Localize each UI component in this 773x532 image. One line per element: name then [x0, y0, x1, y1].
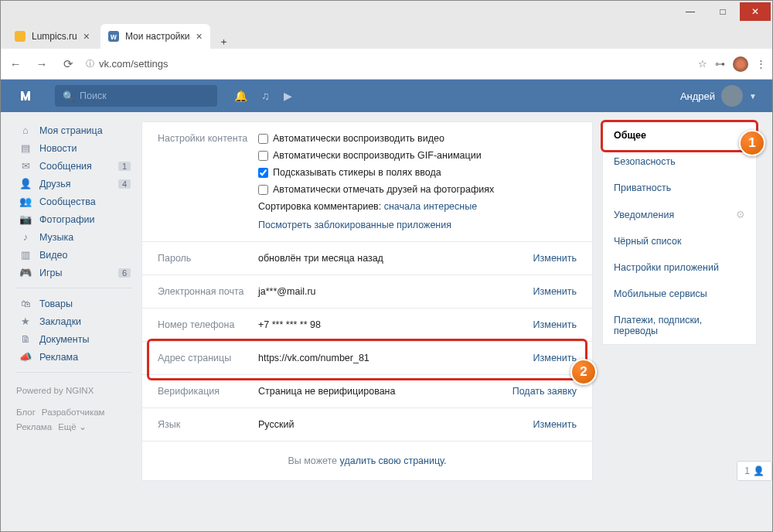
sidebar-badge: 6	[118, 268, 131, 278]
vk-top-header: 🔍 Поиск 🔔 ♫ ▶ Андрей ▼	[1, 80, 772, 112]
checkbox-input[interactable]	[258, 134, 268, 144]
content-checkbox[interactable]: Автоматически воспроизводить GIF-анимаци…	[258, 150, 577, 161]
browser-tab-vk-settings[interactable]: w Мои настройки ×	[100, 24, 210, 49]
settings-nav-label: Безопасность	[614, 156, 676, 167]
messages-icon: ✉	[18, 160, 33, 172]
tab-close-icon[interactable]: ×	[83, 30, 90, 43]
content-checkbox[interactable]: Подсказывать стикеры в полях ввода	[258, 167, 577, 178]
videos-icon: ▥	[18, 249, 33, 261]
site-info-icon[interactable]: ⓘ	[86, 58, 94, 70]
close-button[interactable]: ✕	[740, 2, 771, 21]
maximize-button[interactable]: □	[707, 2, 738, 21]
sidebar-item-communities[interactable]: 👥 Сообщества	[16, 193, 132, 210]
minimize-button[interactable]: —	[675, 2, 706, 21]
bookmarks-icon: ★	[18, 315, 33, 327]
checkbox-input[interactable]	[258, 168, 268, 178]
scroll-top-counter[interactable]: 1 👤	[737, 461, 772, 481]
sidebar-item-messages[interactable]: ✉ Сообщения 1	[16, 157, 132, 175]
sidebar-item-label: Реклама	[39, 352, 78, 363]
settings-nav-item[interactable]: Мобильные сервисы	[603, 281, 756, 307]
row-value: +7 *** *** ** 98	[258, 319, 499, 330]
vk-search-input[interactable]: 🔍 Поиск	[55, 85, 217, 107]
sidebar-item-games[interactable]: 🎮 Игры 6	[16, 264, 132, 281]
settings-nav-item[interactable]: Уведомления⚙	[603, 201, 756, 228]
sidebar-item-news[interactable]: ▤ Новости	[16, 139, 132, 157]
settings-nav-item[interactable]: Безопасность	[603, 148, 756, 175]
row-action-link[interactable]: Изменить	[499, 286, 577, 297]
settings-nav-item[interactable]: Чёрный список	[603, 228, 756, 254]
delete-page-link[interactable]: удалить свою страницу.	[340, 455, 447, 466]
sidebar-item-photos[interactable]: 📷 Фотографии	[16, 210, 132, 228]
settings-nav-label: Настройки приложений	[614, 262, 719, 273]
sidebar-item-videos[interactable]: ▥ Видео	[16, 246, 132, 264]
sidebar-item-label: Музыка	[39, 232, 73, 243]
row-action-link[interactable]: Изменить	[499, 319, 577, 330]
row-action-link[interactable]: Изменить	[499, 353, 577, 363]
profile-avatar-button[interactable]	[733, 56, 748, 72]
docs-icon: 🗎	[18, 333, 33, 345]
footer-link[interactable]: Блог	[16, 405, 36, 419]
new-tab-button[interactable]: ＋	[213, 35, 235, 49]
checkbox-input[interactable]	[258, 151, 268, 161]
counter-value: 1	[744, 466, 750, 476]
music-player-icon[interactable]: ♫	[261, 90, 270, 102]
checkbox-label: Автоматически воспроизводить GIF-анимаци…	[273, 150, 482, 161]
content-checkbox[interactable]: Автоматически воспроизводить видео	[258, 133, 577, 144]
market-icon: 🛍	[18, 298, 33, 309]
user-name: Андрей	[680, 90, 715, 102]
settings-nav-item[interactable]: Приватность	[603, 175, 756, 201]
browser-menu-button[interactable]: ⋮	[756, 58, 766, 70]
tab-close-icon[interactable]: ×	[196, 30, 203, 43]
row-label: Пароль	[158, 253, 258, 264]
browser-tab-lumpics[interactable]: Lumpics.ru ×	[7, 24, 97, 49]
sort-value-link[interactable]: сначала интересные	[384, 201, 477, 212]
settings-row: Верификация Страница не верифицирована П…	[142, 375, 592, 408]
content-checkbox[interactable]: Автоматически отмечать друзей на фотогра…	[258, 184, 577, 195]
sidebar-item-market[interactable]: 🛍 Товары	[16, 295, 132, 312]
settings-main-panel: Настройки контента Автоматически воспрои…	[141, 121, 593, 481]
back-button[interactable]: ←	[7, 56, 24, 73]
chevron-down-icon: ▼	[749, 92, 757, 101]
vk-logo-icon[interactable]	[16, 84, 39, 107]
reload-button[interactable]: ⟳	[60, 56, 77, 73]
sidebar-item-docs[interactable]: 🗎 Документы	[16, 330, 132, 348]
browser-tab-strip: Lumpics.ru × w Мои настройки × ＋	[1, 22, 772, 49]
sidebar-item-ads[interactable]: 📣 Реклама	[16, 348, 132, 366]
search-icon: 🔍	[63, 90, 75, 102]
footer-link[interactable]: Реклама	[16, 420, 52, 434]
settings-row: Номер телефона +7 *** *** ** 98 Изменить	[142, 309, 592, 342]
row-action-link[interactable]: Изменить	[499, 419, 577, 430]
sidebar-item-home[interactable]: ⌂ Моя страница	[16, 121, 132, 139]
address-bar[interactable]: ⓘ vk.com/settings	[86, 58, 689, 70]
forward-button[interactable]: →	[33, 56, 50, 73]
row-action-link[interactable]: Изменить	[499, 253, 577, 264]
settings-nav-item[interactable]: Общее	[603, 122, 756, 148]
checkbox-input[interactable]	[258, 185, 268, 195]
footer-link[interactable]: Ещё ⌄	[58, 420, 87, 434]
sidebar-item-label: Закладки	[39, 316, 81, 327]
vk-user-menu[interactable]: Андрей ▼	[680, 85, 757, 107]
sidebar-item-label: Сообщества	[39, 196, 96, 207]
settings-nav-item[interactable]: Платежи, подписки, переводы	[603, 307, 756, 344]
notifications-icon[interactable]: 🔔	[234, 90, 247, 102]
footer-link[interactable]: Разработчикам	[42, 405, 105, 419]
key-icon[interactable]: ⊶	[715, 58, 725, 70]
ads-icon: 📣	[18, 351, 33, 363]
annotation-badge-1: 1	[739, 130, 765, 156]
search-placeholder: Поиск	[80, 90, 107, 101]
play-icon[interactable]: ▶	[284, 90, 292, 102]
sidebar-item-bookmarks[interactable]: ★ Закладки	[16, 312, 132, 330]
blocked-apps-link[interactable]: Посмотреть заблокированные приложения	[258, 220, 577, 230]
settings-nav-label: Чёрный список	[614, 236, 681, 247]
sidebar-item-friends[interactable]: 👤 Друзья 4	[16, 175, 132, 193]
settings-row: Язык Русский Изменить	[142, 408, 592, 441]
row-action-link[interactable]: Подать заявку	[499, 386, 577, 397]
sidebar-item-music[interactable]: ♪ Музыка	[16, 228, 132, 246]
gear-icon[interactable]: ⚙	[736, 209, 745, 220]
settings-nav-item[interactable]: Настройки приложений	[603, 254, 756, 281]
sidebar-item-label: Фотографии	[39, 214, 94, 225]
settings-nav-label: Мобильные сервисы	[614, 288, 707, 299]
settings-nav-label: Платежи, подписки, переводы	[614, 315, 745, 336]
star-icon[interactable]: ☆	[698, 58, 707, 70]
home-icon: ⌂	[18, 124, 33, 136]
